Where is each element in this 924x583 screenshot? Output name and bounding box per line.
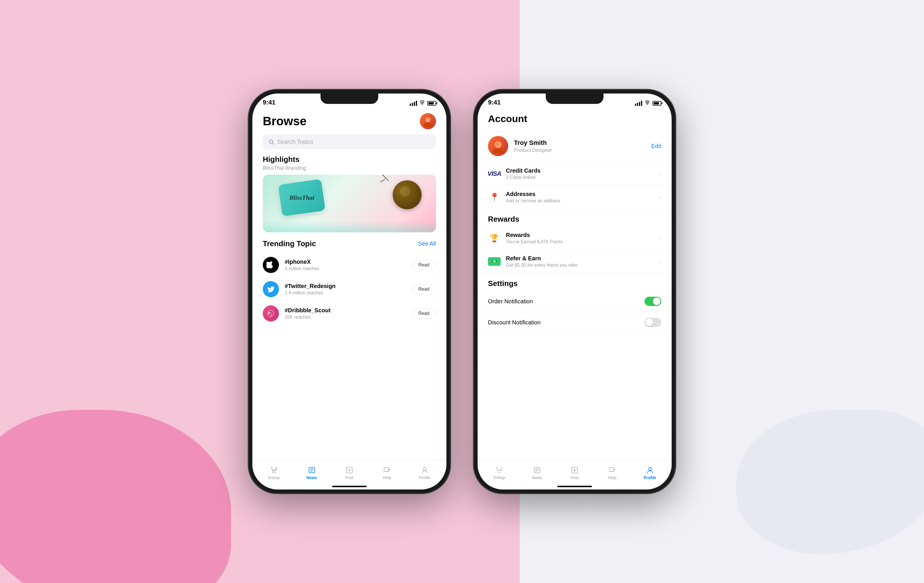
search-icon xyxy=(269,139,274,145)
credit-cards-item[interactable]: VISA Credit Cards 3 Cards linked › xyxy=(478,162,672,186)
signal-bar-1 xyxy=(410,104,411,106)
svg-rect-12 xyxy=(384,468,389,472)
post-icon xyxy=(345,466,354,474)
news-label: News xyxy=(306,475,317,480)
browse-time: 9:41 xyxy=(263,99,276,106)
chevron-icon-3: › xyxy=(659,235,661,242)
profile-icon-2 xyxy=(646,466,654,474)
chevron-icon-4: › xyxy=(659,258,661,265)
visa-icon: VISA xyxy=(487,170,501,178)
eshop-icon-2 xyxy=(495,466,503,474)
trophy-icon-container: 🏆 xyxy=(488,232,501,244)
highlights-label: Highlights xyxy=(252,155,446,165)
visa-icon-container: VISA xyxy=(488,167,501,180)
rewards-subtitle: You've Earned 8,876 Points xyxy=(506,239,654,244)
refer-icon-container xyxy=(488,255,501,268)
profile-row: Troy Smith Product Designer Edit xyxy=(478,130,672,162)
topic-reaches-3: 20K reaches xyxy=(285,315,406,320)
post-icon-2 xyxy=(570,466,579,474)
refer-earn-item[interactable]: Refer & Earn Get $5.00 for every friend … xyxy=(478,250,672,273)
tab-eshop-2[interactable]: Eshop xyxy=(480,466,518,480)
profile-role: Product Designer xyxy=(514,148,646,153)
svg-point-4 xyxy=(268,310,274,316)
svg-rect-29 xyxy=(609,468,614,472)
apple-icon xyxy=(263,257,279,273)
svg-point-20 xyxy=(498,472,499,473)
rewards-item[interactable]: 🏆 Rewards You've Earned 8,876 Points › xyxy=(478,227,672,250)
chevron-icon-2: › xyxy=(659,194,661,201)
svg-point-16 xyxy=(497,143,498,145)
eshop-label: Eshop xyxy=(268,475,280,480)
read-button-2[interactable]: Read xyxy=(412,284,436,295)
browse-tab-bar: Eshop News xyxy=(252,460,446,486)
trending-info-1: #IphoneX 3 million reaches xyxy=(285,259,406,271)
discount-notification-label: Discount Notification xyxy=(488,319,541,326)
refer-icon xyxy=(488,257,501,266)
signal-bar-2 xyxy=(412,103,413,106)
trending-info-3: #Dribbble_Scout 20K reaches xyxy=(285,307,406,320)
tab-post[interactable]: Post xyxy=(331,466,368,480)
topic-reaches-1: 3 million reaches xyxy=(285,266,406,271)
account-status-icons xyxy=(635,100,661,106)
tab-profile-2[interactable]: Profile xyxy=(631,466,669,480)
trending-item-3: #Dribbble_Scout 20K reaches Read xyxy=(252,301,446,326)
rewards-title: Rewards xyxy=(506,232,654,239)
read-button-3[interactable]: Read xyxy=(412,308,436,319)
eshop-label-2: Eshop xyxy=(493,475,505,480)
profile-info: Troy Smith Product Designer xyxy=(514,139,646,153)
svg-point-15 xyxy=(493,148,503,153)
profile-label-2: Profile xyxy=(644,475,656,480)
phones-container: 9:41 xyxy=(248,89,676,494)
address-icon-container: 📍 xyxy=(488,191,501,203)
trophy-icon: 🏆 xyxy=(490,234,499,243)
account-title: Account xyxy=(488,113,527,124)
profile-name: Troy Smith xyxy=(514,139,646,147)
home-indicator xyxy=(332,486,367,487)
tab-help[interactable]: Help xyxy=(368,466,406,480)
battery-icon-2 xyxy=(653,101,661,105)
edit-button[interactable]: Edit xyxy=(652,143,661,150)
account-content: Account Troy Smith Product Designer xyxy=(478,109,672,460)
account-time: 9:41 xyxy=(488,99,501,106)
read-button-1[interactable]: Read xyxy=(412,260,436,270)
tab-profile[interactable]: Profile xyxy=(406,466,444,480)
discount-notification-toggle[interactable] xyxy=(645,318,661,327)
trending-info-2: #Twitter_Redesign 1.4 million reaches xyxy=(285,283,406,296)
news-icon xyxy=(307,466,316,474)
svg-point-19 xyxy=(494,261,495,262)
news-label-2: News xyxy=(532,475,542,480)
credit-cards-title: Credit Cards xyxy=(506,167,654,174)
svg-point-21 xyxy=(500,472,501,473)
svg-point-14 xyxy=(495,141,502,148)
tab-news[interactable]: News xyxy=(293,466,330,480)
svg-point-30 xyxy=(648,468,652,471)
twitter-icon xyxy=(263,281,279,297)
news-icon-2 xyxy=(533,466,541,474)
avatar[interactable] xyxy=(420,113,436,129)
post-label-2: Post xyxy=(571,475,579,480)
highlight-card[interactable]: BlissThai xyxy=(263,175,436,232)
order-notification-toggle[interactable] xyxy=(645,297,661,306)
highlights-sub: BlissThai Branding xyxy=(252,165,446,175)
addresses-item[interactable]: 📍 Addresses Add or remove an address › xyxy=(478,186,672,209)
home-indicator-2 xyxy=(557,486,592,487)
wifi-icon-2 xyxy=(645,100,650,106)
tab-help-2[interactable]: Help xyxy=(593,466,631,480)
search-bar[interactable]: Search Topics xyxy=(263,135,436,149)
tab-eshop[interactable]: Eshop xyxy=(255,466,293,480)
eshop-icon xyxy=(270,466,278,474)
dribbble-icon xyxy=(263,305,279,321)
profile-label: Profile xyxy=(419,475,431,480)
trending-item-1: #IphoneX 3 million reaches Read xyxy=(252,253,446,277)
see-all-button[interactable]: See All xyxy=(418,240,436,247)
trending-label: Trending Topic xyxy=(263,239,316,248)
help-label: Help xyxy=(383,475,391,480)
tab-news-2[interactable]: News xyxy=(518,466,556,480)
refer-earn-subtitle: Get $5.00 for every friend you refer xyxy=(506,263,654,268)
profile-avatar xyxy=(488,136,508,156)
browse-screen: 9:41 xyxy=(252,94,446,489)
help-label-2: Help xyxy=(608,475,617,480)
trending-header: Trending Topic See All xyxy=(252,239,446,253)
wifi-icon xyxy=(419,100,425,106)
tab-post-2[interactable]: Post xyxy=(556,466,593,480)
